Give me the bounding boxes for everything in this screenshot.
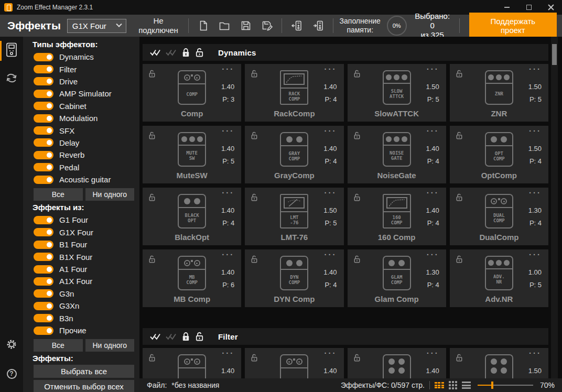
deselect-all-section-icon[interactable] [166, 333, 177, 340]
card-menu-icon[interactable]: ··· [222, 188, 234, 197]
device-toggle-g3n[interactable] [34, 289, 53, 298]
rail-help-button[interactable] [0, 364, 23, 384]
unlock-icon[interactable] [456, 353, 463, 364]
effect-card-graycomp[interactable]: ···1.40P: 4GrayCompGRAYCOMP [245, 126, 343, 183]
card-menu-icon[interactable]: ··· [325, 64, 337, 73]
types-all-button[interactable]: Все [34, 188, 83, 201]
view-detail-icon[interactable] [435, 382, 444, 388]
effect-type-toggle-filter[interactable] [34, 65, 53, 73]
unlock-icon[interactable] [148, 353, 156, 364]
export-to-device-button[interactable] [309, 17, 327, 35]
unlock-icon[interactable] [251, 255, 258, 266]
card-menu-icon[interactable]: ··· [427, 64, 439, 73]
device-toggle-g1-four[interactable] [34, 216, 53, 224]
effect-card-lmt-76[interactable]: ···1.50P: 5LMT-76LMT-76 [245, 188, 343, 245]
select-all-section-icon[interactable] [150, 333, 161, 340]
card-menu-icon[interactable]: ··· [529, 250, 542, 259]
card-menu-icon[interactable]: ··· [427, 250, 439, 259]
card-menu-icon[interactable]: ··· [325, 349, 337, 357]
unlock-icon[interactable] [251, 353, 258, 364]
effect-type-toggle-drive[interactable] [34, 77, 53, 85]
device-toggle-b1-four[interactable] [34, 241, 53, 249]
deselect-all-section-icon[interactable] [166, 49, 177, 56]
effect-card-comp[interactable]: ···1.40P: 3CompCOMP [143, 64, 241, 122]
unlock-icon[interactable] [148, 193, 156, 204]
devices-all-button[interactable]: Все [34, 339, 83, 352]
effect-type-toggle-reverb[interactable] [34, 151, 53, 159]
effect-card-blackopt[interactable]: ···1.40P: 4BlackOptBLACKOPT [143, 188, 241, 245]
effect-card[interactable]: ···1.50 [450, 348, 548, 378]
effect-type-toggle-acoustic-guitar[interactable] [34, 176, 53, 184]
effect-card-noisegate[interactable]: ···1.40P: 4NoiseGateNOISEGATE [348, 126, 446, 183]
select-all-effects-button[interactable]: Выбрать все [34, 365, 134, 378]
rail-effects-tab[interactable] [0, 41, 23, 61]
unlock-icon[interactable] [456, 131, 463, 142]
effect-type-toggle-pedal[interactable] [34, 163, 53, 171]
import-from-device-button[interactable] [288, 17, 306, 35]
unlock-icon[interactable] [148, 255, 156, 266]
device-toggle-a1-four[interactable] [34, 265, 53, 274]
effect-card-160-comp[interactable]: ···1.40P: 4160 Comp160COMP [348, 188, 446, 245]
lock-section-icon[interactable] [181, 47, 190, 58]
unlock-icon[interactable] [251, 131, 258, 142]
view-grid-icon[interactable] [449, 381, 457, 389]
effect-card[interactable]: ···1.40 [245, 348, 343, 378]
card-menu-icon[interactable]: ··· [427, 126, 439, 135]
effect-card-glam-comp[interactable]: ···1.30P: 4Glam CompGLAMCOMP [348, 249, 446, 307]
effect-card-mutesw[interactable]: ···1.40P: 5MuteSWMUTESW [143, 126, 241, 183]
open-folder-button[interactable] [215, 17, 233, 35]
view-list-icon[interactable] [462, 382, 471, 389]
zoom-slider[interactable] [478, 382, 533, 389]
device-toggle-a1x-four[interactable] [34, 277, 53, 286]
types-none-button[interactable]: Ни одного [85, 188, 135, 201]
card-menu-icon[interactable]: ··· [427, 188, 439, 197]
lock-section-icon[interactable] [181, 331, 190, 342]
unlock-icon[interactable] [456, 255, 463, 266]
effect-card-dualcomp[interactable]: ···1.30P: 4DualCompDUALCOMP [450, 188, 548, 245]
card-menu-icon[interactable]: ··· [325, 126, 337, 135]
device-toggle-b1x-four[interactable] [34, 253, 53, 261]
card-menu-icon[interactable]: ··· [529, 349, 542, 357]
unlock-icon[interactable] [353, 69, 361, 80]
scrollbar-thumb[interactable] [552, 44, 557, 65]
device-select[interactable]: G1X Four [67, 19, 127, 33]
scrollbar[interactable] [551, 37, 558, 378]
effect-card[interactable]: ···1.40 [348, 348, 446, 378]
effect-type-toggle-sfx[interactable] [34, 126, 53, 135]
unlock-icon[interactable] [148, 131, 156, 142]
card-menu-icon[interactable]: ··· [222, 64, 234, 73]
unlock-icon[interactable] [353, 193, 361, 204]
effect-card-mb-comp[interactable]: ···1.40P: 6MB CompMBCOMP [143, 249, 241, 307]
effect-type-toggle-delay[interactable] [34, 138, 53, 147]
effect-card-znr[interactable]: ···1.50P: 5ZNRZNR [450, 64, 548, 122]
effect-card-dyn-comp[interactable]: ···1.40P: 4DYN CompDYNCOMP [245, 249, 343, 307]
card-menu-icon[interactable]: ··· [222, 126, 234, 135]
card-menu-icon[interactable]: ··· [325, 188, 337, 197]
unlock-icon[interactable] [148, 69, 156, 80]
unlock-icon[interactable] [251, 69, 258, 80]
card-menu-icon[interactable]: ··· [222, 349, 234, 357]
card-menu-icon[interactable]: ··· [427, 349, 439, 357]
effect-type-toggle-amp-simulator[interactable] [34, 90, 53, 98]
card-menu-icon[interactable]: ··· [325, 250, 337, 259]
effect-type-toggle-cabinet[interactable] [34, 102, 53, 110]
unlock-icon[interactable] [251, 193, 258, 204]
rail-sync-button[interactable] [0, 69, 23, 89]
rail-settings-button[interactable] [0, 335, 23, 355]
unlock-icon[interactable] [353, 255, 361, 266]
zoom-slider-handle[interactable] [491, 382, 493, 389]
effect-card[interactable]: ···1.40 [143, 348, 241, 378]
card-menu-icon[interactable]: ··· [529, 188, 542, 197]
device-toggle-b3n[interactable] [34, 314, 53, 322]
card-menu-icon[interactable]: ··· [222, 250, 234, 259]
effect-type-toggle-modulation[interactable] [34, 114, 53, 123]
unlock-section-icon[interactable] [195, 47, 204, 58]
save-as-button[interactable] [258, 17, 276, 35]
new-file-button[interactable] [194, 17, 212, 35]
unlock-icon[interactable] [353, 353, 361, 364]
card-menu-icon[interactable]: ··· [529, 64, 542, 73]
device-toggle-прочие[interactable] [34, 326, 53, 335]
effect-type-toggle-dynamics[interactable] [34, 53, 53, 61]
effect-card-adv-nr[interactable]: ···1.00P: 5Adv.NRADV.NR [450, 249, 548, 307]
effect-card-slowattck[interactable]: ···1.50P: 5SlowATTCKSLOWATTCK [348, 64, 446, 122]
